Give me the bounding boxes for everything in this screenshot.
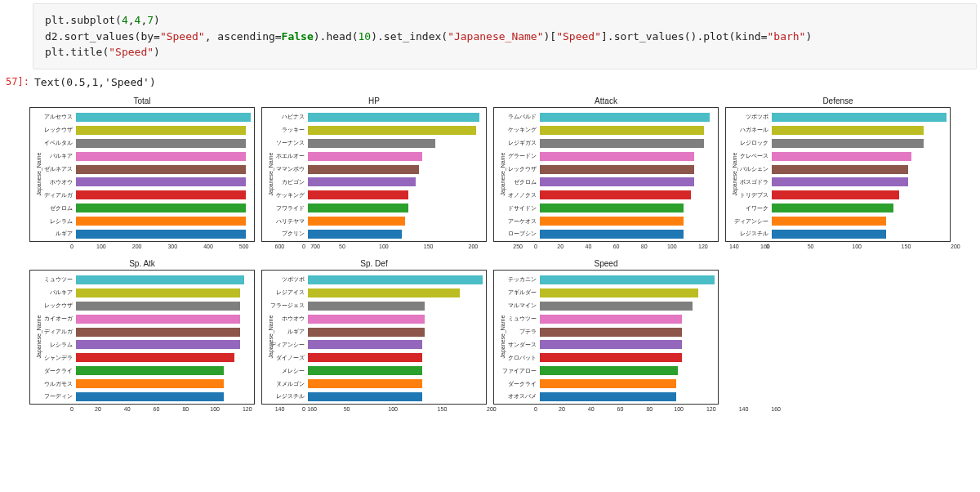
bar-row: レシラム — [33, 339, 251, 350]
bar-row: ディアンシー — [265, 339, 483, 350]
bar-fill — [308, 353, 422, 362]
bar-fill — [308, 139, 435, 148]
bar-category-label: ダークライ — [33, 367, 76, 375]
bar-fill — [308, 392, 422, 401]
y-axis-label: Japanese_Name — [500, 315, 506, 359]
code-line-1: plt.subplot(4,4,7) — [45, 12, 964, 29]
x-tick: 150 — [438, 406, 448, 412]
x-tick: 20 — [557, 244, 564, 249]
bar-fill — [772, 230, 886, 239]
bar-row: ルギア — [265, 327, 483, 338]
bar-category-label: レジスチル — [265, 392, 308, 400]
x-tick: 100 — [379, 244, 389, 249]
bar-category-label: レジアイス — [265, 288, 308, 297]
code-line-3: plt.title("Speed") — [45, 44, 964, 60]
x-tick: 40 — [588, 406, 595, 412]
bar-fill — [540, 315, 682, 324]
x-tick: 0 — [534, 244, 537, 249]
bar-category-label: レックウザ — [33, 126, 76, 134]
x-tick: 80 — [182, 406, 189, 412]
plot-box: Japanese_Nameラムパルドケッキングレジギガスグラードンレックウザゼク… — [493, 107, 719, 242]
bar-row: ミュウツー — [33, 275, 251, 285]
bar-row: バルシェン — [729, 164, 947, 175]
bar-row: パルキア — [33, 151, 251, 162]
bar-row: レックウザ — [33, 125, 251, 136]
bar-fill — [540, 392, 676, 401]
bar-row: イベルタル — [33, 138, 251, 149]
bar-row: レックウザ — [497, 164, 715, 175]
bar-row: レジスチル — [265, 391, 483, 402]
bar-category-label: フーディン — [33, 392, 76, 400]
bar-fill — [308, 230, 402, 239]
bar-fill — [772, 126, 924, 135]
bar-fill — [540, 190, 691, 199]
chart-title: Defense — [725, 96, 951, 105]
x-tick: 100 — [388, 406, 398, 412]
plot-box: Japanese_Nameアルセウスレックウザイベルタルパルキアゼルネアスホウオ… — [29, 107, 255, 242]
plot-box: Japanese_Nameハピナスラッキーソーナンスホエルオーママンボウカビゴン… — [261, 107, 487, 242]
bar-fill — [772, 217, 886, 226]
bar-category-label: ウルガモス — [33, 380, 76, 388]
bar-row: ボスゴドラ — [729, 177, 947, 187]
x-tick: 20 — [559, 406, 565, 412]
bar-fill — [772, 204, 893, 212]
subplot: HPJapanese_Nameハピナスラッキーソーナンスホエルオーママンボウカビ… — [261, 96, 487, 249]
bar-fill — [540, 288, 698, 297]
bar-row: カビゴン — [265, 177, 483, 187]
bar-row: レジアイス — [265, 288, 483, 298]
x-tick: 140 — [739, 406, 749, 412]
bar-row: レックウザ — [33, 301, 251, 311]
x-tick: 80 — [641, 244, 648, 249]
bar-fill — [772, 177, 908, 186]
bar-category-label: レックウザ — [33, 302, 76, 310]
x-tick: 50 — [808, 244, 814, 249]
bar-row: ケッキング — [265, 190, 483, 200]
bar-fill — [308, 204, 408, 212]
bar-category-label: フワライド — [265, 204, 308, 212]
code-line-2: d2.sort_values(by="Speed", ascending=Fal… — [45, 29, 964, 45]
code-cell: plt.subplot(4,4,7) d2.sort_values(by="Sp… — [33, 3, 977, 69]
x-tick: 0 — [302, 244, 305, 249]
bar-category-label: ラムパルド — [497, 113, 540, 121]
bar-fill — [308, 113, 479, 122]
chart-title: Sp. Atk — [29, 259, 255, 268]
chart-title: Speed — [493, 259, 719, 268]
bar-fill — [772, 152, 911, 161]
bar-fill — [76, 379, 224, 388]
bar-row: ディアンシー — [729, 216, 947, 226]
bar-fill — [308, 302, 425, 311]
x-tick: 0 — [70, 406, 74, 412]
bar-row: ファイアロー — [497, 365, 715, 376]
bar-fill — [76, 328, 240, 337]
bar-row: フーディン — [33, 391, 251, 402]
bar-fill — [308, 379, 422, 388]
bar-category-label: ローブシン — [497, 230, 540, 238]
y-axis-label: Japanese_Name — [500, 153, 506, 196]
bar-row: クロバット — [497, 352, 715, 363]
bar-fill — [540, 379, 676, 388]
bar-category-label: ハリテヤマ — [265, 217, 308, 226]
bar-row: ダークライ — [497, 378, 715, 389]
bar-row: ヌメルゴン — [265, 378, 483, 389]
bar-row: ミュウツー — [497, 314, 715, 324]
bar-row: レシラム — [33, 216, 251, 226]
x-tick: 0 — [766, 244, 769, 249]
bar-row: ルギア — [33, 229, 251, 239]
x-axis: 050100150200250 — [261, 244, 487, 249]
bar-category-label: アギルダー — [497, 288, 540, 297]
x-tick: 120 — [243, 406, 252, 412]
bar-category-label: ツボツボ — [729, 113, 772, 121]
bar-fill — [308, 366, 422, 375]
bar-fill — [76, 165, 246, 174]
bar-row: プクリン — [265, 229, 483, 239]
x-tick: 100 — [210, 406, 220, 412]
x-tick: 100 — [674, 406, 684, 412]
bar-row: ウルガモス — [33, 378, 251, 389]
bar-row: ソーナンス — [265, 138, 483, 149]
bar-row: オオスバメ — [497, 391, 715, 402]
bar-fill — [540, 177, 694, 186]
bar-row: ドサイドン — [497, 203, 715, 213]
bar-fill — [308, 340, 422, 349]
bar-row: テッカニン — [497, 275, 715, 285]
bar-row: クレベース — [729, 151, 947, 162]
